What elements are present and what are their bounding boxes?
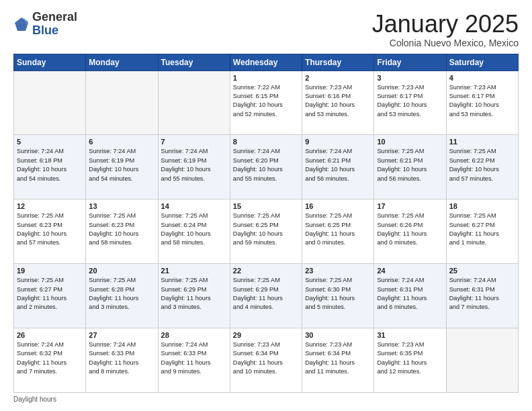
calendar-cell: [86, 71, 158, 135]
calendar-cell: 1Sunrise: 7:22 AM Sunset: 6:15 PM Daylig…: [230, 71, 302, 135]
day-number: 5: [17, 138, 83, 146]
footer: Daylight hours: [13, 396, 519, 403]
day-number: 22: [233, 267, 299, 275]
day-info: Sunrise: 7:22 AM Sunset: 6:15 PM Dayligh…: [233, 83, 299, 119]
calendar-cell: 2Sunrise: 7:23 AM Sunset: 6:16 PM Daylig…: [302, 71, 374, 135]
day-number: 18: [449, 202, 515, 210]
day-info: Sunrise: 7:25 AM Sunset: 6:29 PM Dayligh…: [161, 276, 227, 312]
day-number: 10: [377, 138, 443, 146]
day-info: Sunrise: 7:23 AM Sunset: 6:34 PM Dayligh…: [305, 340, 371, 376]
calendar-week-row: 26Sunrise: 7:24 AM Sunset: 6:32 PM Dayli…: [14, 328, 519, 393]
calendar-cell: 23Sunrise: 7:25 AM Sunset: 6:30 PM Dayli…: [302, 264, 374, 328]
calendar-cell: 20Sunrise: 7:25 AM Sunset: 6:28 PM Dayli…: [86, 264, 158, 328]
logo: General Blue: [13, 11, 77, 38]
calendar-cell: 9Sunrise: 7:24 AM Sunset: 6:21 PM Daylig…: [302, 135, 374, 199]
day-header-friday: Friday: [374, 54, 446, 71]
day-number: 30: [305, 331, 371, 339]
day-info: Sunrise: 7:25 AM Sunset: 6:29 PM Dayligh…: [233, 276, 299, 312]
calendar-cell: 18Sunrise: 7:25 AM Sunset: 6:27 PM Dayli…: [446, 199, 518, 264]
logo-general-text: General: [32, 11, 77, 24]
day-info: Sunrise: 7:23 AM Sunset: 6:34 PM Dayligh…: [233, 340, 299, 376]
calendar-cell: 27Sunrise: 7:24 AM Sunset: 6:33 PM Dayli…: [86, 328, 158, 393]
calendar-cell: 24Sunrise: 7:24 AM Sunset: 6:31 PM Dayli…: [374, 264, 446, 328]
day-info: Sunrise: 7:24 AM Sunset: 6:21 PM Dayligh…: [305, 147, 371, 183]
day-number: 13: [89, 202, 154, 210]
day-info: Sunrise: 7:24 AM Sunset: 6:33 PM Dayligh…: [161, 340, 227, 376]
day-number: 11: [449, 138, 515, 146]
calendar-cell: 30Sunrise: 7:23 AM Sunset: 6:34 PM Dayli…: [302, 328, 374, 393]
calendar-cell: 5Sunrise: 7:24 AM Sunset: 6:18 PM Daylig…: [14, 135, 86, 199]
calendar-cell: 10Sunrise: 7:25 AM Sunset: 6:21 PM Dayli…: [374, 135, 446, 199]
footer-text: Daylight hours: [13, 396, 56, 403]
day-number: 3: [377, 74, 443, 82]
calendar-week-row: 1Sunrise: 7:22 AM Sunset: 6:15 PM Daylig…: [14, 71, 519, 135]
day-number: 4: [449, 74, 515, 82]
day-number: 29: [233, 331, 299, 339]
day-info: Sunrise: 7:25 AM Sunset: 6:23 PM Dayligh…: [17, 212, 83, 247]
day-number: 2: [305, 74, 371, 82]
calendar-table: SundayMondayTuesdayWednesdayThursdayFrid…: [13, 54, 519, 393]
logo-blue-text: Blue: [32, 24, 77, 38]
calendar-week-row: 19Sunrise: 7:25 AM Sunset: 6:27 PM Dayli…: [14, 264, 519, 328]
calendar-cell: 29Sunrise: 7:23 AM Sunset: 6:34 PM Dayli…: [230, 328, 302, 393]
day-info: Sunrise: 7:24 AM Sunset: 6:31 PM Dayligh…: [449, 276, 515, 312]
day-info: Sunrise: 7:25 AM Sunset: 6:23 PM Dayligh…: [89, 212, 154, 247]
day-number: 6: [89, 138, 154, 146]
calendar-cell: 4Sunrise: 7:23 AM Sunset: 6:17 PM Daylig…: [446, 71, 518, 135]
calendar-cell: 21Sunrise: 7:25 AM Sunset: 6:29 PM Dayli…: [158, 264, 230, 328]
calendar-cell: [14, 71, 86, 135]
logo-text: General Blue: [32, 11, 77, 38]
day-info: Sunrise: 7:25 AM Sunset: 6:28 PM Dayligh…: [89, 276, 154, 312]
day-info: Sunrise: 7:25 AM Sunset: 6:30 PM Dayligh…: [305, 276, 371, 312]
subtitle: Colonia Nuevo Mexico, Mexico: [372, 38, 519, 48]
title-block: January 2025 Colonia Nuevo Mexico, Mexic…: [372, 11, 519, 48]
day-number: 23: [305, 267, 371, 275]
day-header-sunday: Sunday: [14, 54, 86, 71]
day-header-tuesday: Tuesday: [158, 54, 230, 71]
day-number: 15: [233, 202, 299, 210]
calendar-week-row: 12Sunrise: 7:25 AM Sunset: 6:23 PM Dayli…: [14, 199, 519, 264]
day-info: Sunrise: 7:24 AM Sunset: 6:19 PM Dayligh…: [161, 147, 227, 183]
day-info: Sunrise: 7:25 AM Sunset: 6:26 PM Dayligh…: [377, 212, 443, 247]
day-info: Sunrise: 7:25 AM Sunset: 6:21 PM Dayligh…: [377, 147, 443, 183]
calendar-cell: 7Sunrise: 7:24 AM Sunset: 6:19 PM Daylig…: [158, 135, 230, 199]
day-number: 21: [161, 267, 227, 275]
day-number: 14: [161, 202, 227, 210]
calendar-cell: [158, 71, 230, 135]
calendar-cell: [446, 328, 518, 393]
day-info: Sunrise: 7:24 AM Sunset: 6:20 PM Dayligh…: [233, 147, 299, 183]
calendar-cell: 3Sunrise: 7:23 AM Sunset: 6:17 PM Daylig…: [374, 71, 446, 135]
day-info: Sunrise: 7:25 AM Sunset: 6:25 PM Dayligh…: [305, 212, 371, 247]
calendar-cell: 28Sunrise: 7:24 AM Sunset: 6:33 PM Dayli…: [158, 328, 230, 393]
calendar-cell: 8Sunrise: 7:24 AM Sunset: 6:20 PM Daylig…: [230, 135, 302, 199]
calendar-cell: 12Sunrise: 7:25 AM Sunset: 6:23 PM Dayli…: [14, 199, 86, 264]
day-number: 27: [89, 331, 154, 339]
day-number: 7: [161, 138, 227, 146]
day-header-wednesday: Wednesday: [230, 54, 302, 71]
day-header-monday: Monday: [86, 54, 158, 71]
calendar-cell: 15Sunrise: 7:25 AM Sunset: 6:25 PM Dayli…: [230, 199, 302, 264]
day-info: Sunrise: 7:25 AM Sunset: 6:27 PM Dayligh…: [17, 276, 83, 312]
day-info: Sunrise: 7:25 AM Sunset: 6:24 PM Dayligh…: [161, 212, 227, 247]
calendar-header-row: SundayMondayTuesdayWednesdayThursdayFrid…: [14, 54, 519, 71]
day-info: Sunrise: 7:24 AM Sunset: 6:31 PM Dayligh…: [377, 276, 443, 312]
calendar-cell: 14Sunrise: 7:25 AM Sunset: 6:24 PM Dayli…: [158, 199, 230, 264]
day-header-saturday: Saturday: [446, 54, 518, 71]
header: General Blue January 2025 Colonia Nuevo …: [13, 11, 519, 48]
calendar-cell: 31Sunrise: 7:23 AM Sunset: 6:35 PM Dayli…: [374, 328, 446, 393]
day-number: 31: [377, 331, 443, 339]
day-number: 17: [377, 202, 443, 210]
day-header-thursday: Thursday: [302, 54, 374, 71]
month-title: January 2025: [372, 11, 519, 38]
day-number: 28: [161, 331, 227, 339]
day-number: 19: [17, 267, 83, 275]
calendar-cell: 22Sunrise: 7:25 AM Sunset: 6:29 PM Dayli…: [230, 264, 302, 328]
calendar-cell: 19Sunrise: 7:25 AM Sunset: 6:27 PM Dayli…: [14, 264, 86, 328]
logo-icon: [13, 16, 30, 32]
day-info: Sunrise: 7:25 AM Sunset: 6:25 PM Dayligh…: [233, 212, 299, 247]
day-number: 8: [233, 138, 299, 146]
day-info: Sunrise: 7:24 AM Sunset: 6:19 PM Dayligh…: [89, 147, 154, 183]
day-number: 20: [89, 267, 154, 275]
day-number: 25: [449, 267, 515, 275]
day-info: Sunrise: 7:25 AM Sunset: 6:22 PM Dayligh…: [449, 147, 515, 183]
